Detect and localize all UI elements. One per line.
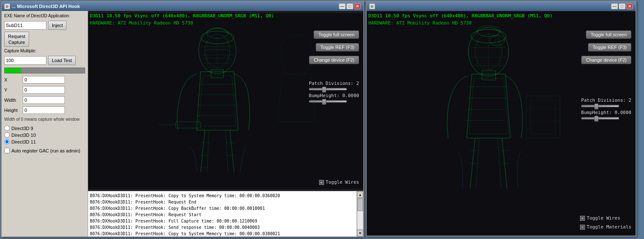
right-patch-slider-row: [581, 105, 631, 107]
width-label: Width: [4, 98, 21, 103]
radio-d3d10-label: Direct3D 10: [11, 133, 36, 138]
close-button[interactable]: ✕: [354, 3, 361, 9]
scrollbar-track[interactable]: [357, 198, 363, 230]
radio-d3d9[interactable]: Direct3D 9: [4, 125, 85, 131]
right-status-line2: HARDWARE: ATI Mobility Radeon HD 5730: [368, 20, 553, 27]
hint-text: Width of 0 means capture whole window: [4, 117, 85, 122]
right-render-status: D3D11 10.50 fps Vsync off (640x480), R8G…: [368, 13, 553, 27]
left-render-area: D3D11 10.50 fps Vsync off (640x480), R8G…: [88, 11, 363, 191]
right-maximize-button[interactable]: □: [619, 3, 625, 9]
radio-d3d11-input[interactable]: [4, 139, 10, 144]
log-content: 8076:DXHookD3D11: PresentHook: Copy to S…: [88, 191, 357, 236]
left-title-bar: D ... Microsoft Direct3D API Hook — □ ✕: [2, 2, 363, 11]
right-bump-height-label: BumpHeight: 0.0000: [581, 110, 631, 115]
right-toggle-materials-label: Toggle Materials: [587, 224, 631, 230]
height-label: Height: [4, 108, 21, 113]
right-bump-slider-track[interactable]: [581, 117, 619, 120]
status-line2: HARDWARE: ATI Mobility Radeon HD 5730: [90, 20, 274, 27]
log-area: 8076:DXHookD3D11: PresentHook: Copy to S…: [88, 191, 363, 236]
scrollbar-down-button[interactable]: ▼: [357, 230, 363, 236]
log-line-7: 8076:DXHookD3D11: PresentHook: Copy to S…: [90, 231, 355, 236]
auto-register-label: Auto register GAC (run as admin): [11, 148, 80, 153]
toggle-fullscreen-button[interactable]: Toggle full screen: [314, 30, 359, 39]
right-status-line1: D3D11 10.50 fps Vsync off (640x480), R8G…: [368, 13, 553, 20]
height-field-row: Height: [4, 106, 85, 114]
right-bump-slider-thumb[interactable]: [594, 116, 598, 122]
x-label: X: [4, 77, 21, 82]
left-window-title: ... Microsoft Direct3D API Hook: [12, 4, 80, 9]
radio-d3d10-input[interactable]: [4, 132, 10, 138]
right-toggle-wires-checkbox[interactable]: ✕: [580, 216, 585, 221]
svg-rect-0: [88, 13, 363, 189]
right-patch-slider-thumb[interactable]: [594, 103, 598, 109]
right-render-area: D3D11 10.50 fps Vsync off (640x480), R8G…: [367, 11, 636, 236]
render-status: D3D11 10.50 fps Vsync off (640x480), R8G…: [90, 13, 274, 27]
exe-row: Inject: [4, 21, 85, 30]
x-input[interactable]: [23, 76, 65, 84]
left-control-panel: EXE Name of Direct3D Application: Inject…: [2, 11, 88, 236]
height-input[interactable]: [23, 106, 65, 114]
load-test-button[interactable]: Load Test: [48, 56, 76, 65]
log-line-1: 8076:DXHookD3D11: PresentHook: Copy to S…: [90, 193, 355, 199]
right-title-bar: D — □ ✕: [367, 2, 636, 11]
right-bump-slider-row: [581, 117, 631, 120]
auto-register-row[interactable]: Auto register GAC (run as admin): [4, 148, 85, 153]
api-radio-group: Direct3D 9 Direct3D 10 Direct3D 11: [4, 125, 85, 144]
radio-d3d9-input[interactable]: [4, 125, 10, 131]
right-app-icon: D: [369, 3, 375, 9]
inject-button[interactable]: Inject: [48, 21, 67, 30]
status-line1: D3D11 10.50 fps Vsync off (640x480), R8G…: [90, 13, 274, 20]
right-window: D — □ ✕: [366, 1, 636, 236]
left-window-body: EXE Name of Direct3D Application: Inject…: [2, 11, 363, 236]
left-window: D ... Microsoft Direct3D API Hook — □ ✕ …: [1, 1, 364, 237]
radio-d3d9-label: Direct3D 9: [11, 126, 33, 131]
minimize-button[interactable]: —: [339, 3, 346, 9]
request-capture-button[interactable]: RequestCapture: [4, 32, 29, 47]
capture-multiple-label: Capture Multiple:: [4, 49, 85, 53]
right-toggle-fullscreen-button[interactable]: Toggle full screen: [586, 30, 631, 39]
radio-d3d11[interactable]: Direct3D 11: [4, 139, 85, 144]
right-patch-divisions-label: Patch Divisions: 2: [581, 98, 631, 103]
app-icon: D: [4, 3, 10, 9]
exe-input[interactable]: [4, 21, 46, 30]
log-line-6: 8076:DXHookD3D11: PresentHook: Send resp…: [90, 224, 355, 231]
radio-d3d10[interactable]: Direct3D 10: [4, 132, 85, 138]
log-line-5: 8076:DXHookD3D11: PresentHook: Full Capt…: [90, 218, 355, 224]
right-toggle-wires: ✕ Toggle Wires ✕ Toggle Materials: [580, 215, 631, 230]
right-change-device-button[interactable]: Change device (F2): [581, 56, 631, 64]
scrollbar-up-button[interactable]: ▲: [357, 191, 363, 198]
radio-d3d11-label: Direct3D 11: [11, 139, 36, 144]
right-toggle-materials-item[interactable]: ✕ Toggle Materials: [580, 224, 631, 230]
right-minimize-button[interactable]: —: [611, 3, 618, 9]
y-label: Y: [4, 87, 21, 92]
right-toggle-wires-label: Toggle Wires: [587, 215, 620, 221]
progress-bar-container: [4, 68, 85, 73]
right-patch-slider-track[interactable]: [581, 105, 619, 107]
change-device-button[interactable]: Change device (F2): [309, 56, 359, 64]
capture-multiple-input[interactable]: [4, 56, 46, 65]
y-field-row: Y: [4, 86, 85, 94]
scrollbar-thumb[interactable]: [357, 198, 363, 211]
auto-register-checkbox[interactable]: [4, 148, 10, 153]
y-input[interactable]: [23, 86, 65, 94]
right-toggle-ref-button[interactable]: Toggle REF (F3): [588, 43, 631, 52]
right-toggle-materials-checkbox[interactable]: ✕: [580, 225, 585, 230]
right-patch-control: Patch Divisions: 2 BumpHeight: 0.0000: [581, 98, 631, 122]
maximize-button[interactable]: □: [346, 3, 353, 9]
log-line-2: 8076:DXHookD3D11: PresentHook: Request E…: [90, 199, 355, 205]
exe-label: EXE Name of Direct3D Application:: [4, 14, 85, 18]
width-input[interactable]: [23, 96, 65, 104]
capture-multiple-row: Load Test: [4, 56, 85, 65]
right-close-button[interactable]: ✕: [626, 3, 633, 9]
log-line-3: 8076:DXHookD3D11: PresentHook: Copy Back…: [90, 205, 355, 212]
log-line-4: 8076:DXHookD3D11: PresentHook: Request S…: [90, 212, 355, 218]
x-field-row: X: [4, 76, 85, 84]
progress-bar-fill: [5, 68, 21, 73]
toggle-ref-button[interactable]: Toggle REF (F3): [316, 43, 359, 52]
width-field-row: Width: [4, 96, 85, 104]
right-toggle-wires-item[interactable]: ✕ Toggle Wires: [580, 215, 631, 221]
log-scrollbar: ▲ ▼: [357, 191, 363, 236]
capture-row: RequestCapture: [4, 32, 85, 47]
